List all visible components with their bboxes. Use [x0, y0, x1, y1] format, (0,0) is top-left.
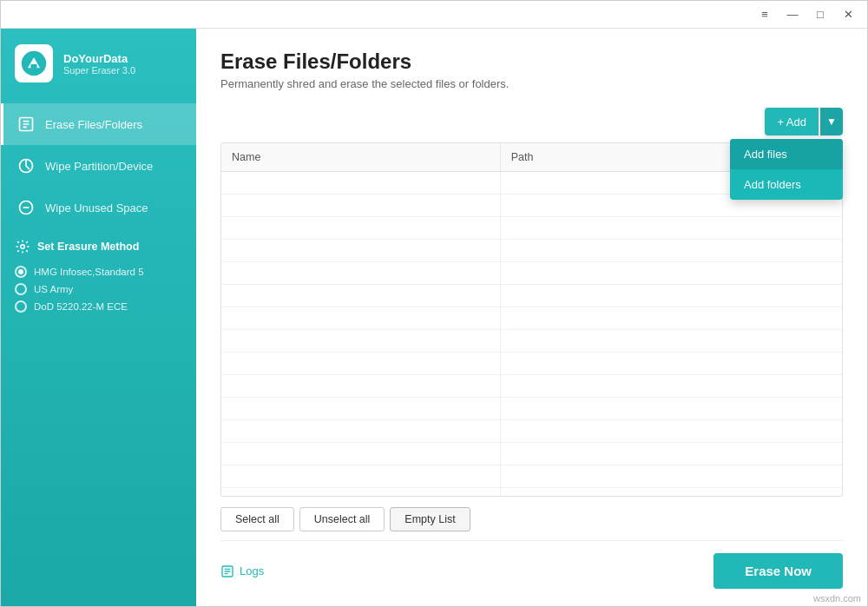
toolbar: + Add ▼ Add files Add folders [220, 108, 843, 135]
table-row [221, 262, 842, 285]
table-row [221, 330, 842, 353]
radio-dod [15, 300, 27, 313]
menu-button[interactable]: ≡ [753, 5, 777, 24]
table-row [221, 375, 842, 398]
sidebar-item-erase-files-label: Erase Files/Folders [45, 118, 142, 131]
sidebar-item-wipe-partition-label: Wipe Partition/Device [45, 160, 153, 173]
table-body [221, 172, 842, 496]
table-row [221, 217, 842, 240]
empty-list-button[interactable]: Empty List [390, 507, 470, 531]
sidebar-item-wipe-space-label: Wipe Unused Space [45, 201, 148, 214]
sidebar: DoYourData Super Eraser 3.0 Erase Files/… [1, 29, 196, 606]
table-row [221, 420, 842, 443]
window-controls: ≡ — □ ✕ [753, 5, 860, 24]
radio-hmg [15, 266, 27, 278]
erasure-option-dod[interactable]: DoD 5220.22-M ECE [15, 298, 182, 315]
footer-bar: Logs Erase Now [220, 540, 843, 589]
logs-icon [220, 564, 234, 578]
wipe-space-icon [17, 199, 35, 216]
minimize-button[interactable]: — [780, 5, 805, 24]
add-dropdown-menu: Add files Add folders [730, 139, 843, 200]
app-subtitle: Super Eraser 3.0 [63, 65, 135, 76]
erasure-section: Set Erasure Method HMG Infosec,Standard … [1, 228, 196, 315]
main-window: ≡ — □ ✕ DoYourData Super Eraser 3.0 [0, 0, 868, 607]
settings-icon [15, 239, 30, 254]
svg-rect-1 [30, 64, 36, 69]
table-row [221, 285, 842, 307]
page-subtitle: Permanently shred and erase the selected… [220, 77, 843, 90]
bottom-bar: Select all Unselect all Empty List [220, 507, 843, 531]
action-buttons: Select all Unselect all Empty List [220, 507, 470, 531]
wipe-partition-icon [17, 157, 35, 175]
logs-button[interactable]: Logs [220, 564, 264, 578]
select-all-button[interactable]: Select all [220, 507, 294, 531]
table-row [221, 307, 842, 330]
title-bar: ≡ — □ ✕ [1, 1, 867, 29]
table-row [221, 240, 842, 262]
add-button-group: + Add ▼ [765, 108, 843, 135]
radio-us-army [15, 283, 27, 295]
erasure-title: Set Erasure Method [15, 239, 182, 254]
panel-header: Erase Files/Folders Permanently shred an… [220, 49, 843, 90]
watermark: wsxdn.com [813, 593, 861, 604]
erasure-label-hmg: HMG Infosec,Standard 5 [34, 267, 144, 277]
sidebar-item-erase-files[interactable]: Erase Files/Folders [1, 103, 196, 145]
main-content: DoYourData Super Eraser 3.0 Erase Files/… [1, 29, 867, 606]
add-files-button[interactable]: + Add [765, 108, 819, 135]
add-folders-item[interactable]: Add folders [730, 169, 843, 200]
erasure-label-dod: DoD 5220.22-M ECE [34, 301, 128, 312]
column-name: Name [221, 143, 501, 171]
logo-area: DoYourData Super Eraser 3.0 [1, 29, 196, 103]
logo-text: DoYourData Super Eraser 3.0 [63, 52, 135, 76]
table-row [221, 465, 842, 488]
table-row [221, 353, 842, 375]
add-files-item[interactable]: Add files [730, 139, 843, 169]
close-button[interactable]: ✕ [836, 5, 860, 24]
maximize-button[interactable]: □ [808, 5, 832, 24]
page-title: Erase Files/Folders [220, 49, 843, 74]
erase-now-button[interactable]: Erase Now [713, 553, 843, 589]
erasure-option-us-army[interactable]: US Army [15, 280, 182, 298]
erasure-label-us-army: US Army [34, 284, 73, 294]
svg-point-5 [21, 245, 25, 249]
table-row [221, 443, 842, 465]
app-title: DoYourData [63, 52, 135, 65]
table-row [221, 398, 842, 420]
erase-files-icon [17, 115, 35, 133]
sidebar-item-wipe-space[interactable]: Wipe Unused Space [1, 187, 196, 228]
erasure-option-hmg[interactable]: HMG Infosec,Standard 5 [15, 263, 182, 280]
table-row [221, 488, 842, 496]
logo-icon [15, 44, 53, 82]
sidebar-item-wipe-partition[interactable]: Wipe Partition/Device [1, 145, 196, 187]
logs-label: Logs [240, 564, 264, 577]
add-dropdown-arrow[interactable]: ▼ [820, 108, 843, 135]
unselect-all-button[interactable]: Unselect all [299, 507, 385, 531]
main-panel: Erase Files/Folders Permanently shred an… [196, 29, 867, 606]
radio-hmg-fill [18, 269, 23, 274]
